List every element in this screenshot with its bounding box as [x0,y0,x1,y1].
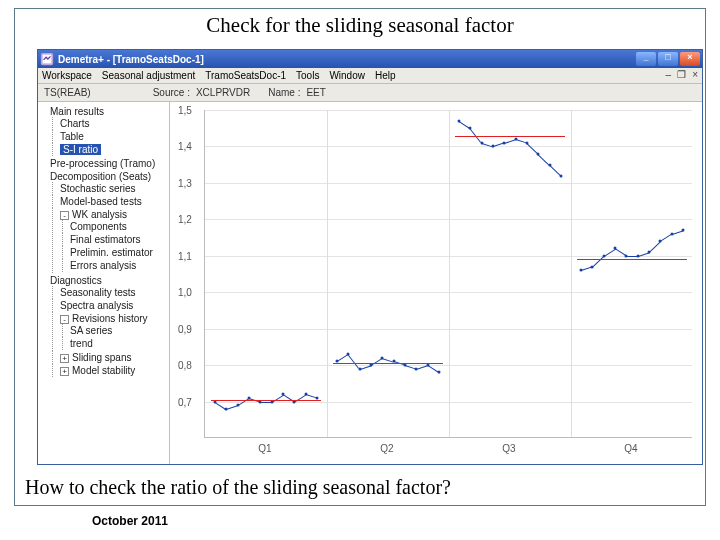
title-bar: Demetra+ - [TramoSeatsDoc-1] _ □ × [38,50,702,68]
source-label: Source : [153,87,190,98]
x-tick: Q3 [502,443,515,454]
y-tick: 1,3 [178,177,192,188]
menu-window[interactable]: Window [329,70,365,81]
mean-line [455,136,565,137]
app-icon [40,52,54,66]
toolbar: TS(REAB) Source : XCLPRVDR Name : EET [38,84,702,102]
menu-workspace[interactable]: Workspace [42,70,92,81]
tree-errors[interactable]: Errors analysis [70,259,167,272]
mean-line [577,259,687,260]
tree-table[interactable]: Table [60,130,167,143]
source-value: XCLPRVDR [196,87,250,98]
tree-sa-series[interactable]: SA series [70,324,167,337]
x-tick: Q4 [624,443,637,454]
mdi-close-button[interactable]: × [692,69,698,80]
close-button[interactable]: × [680,52,700,66]
menu-doc[interactable]: TramoSeatsDoc-1 [205,70,286,81]
minimize-button[interactable]: _ [636,52,656,66]
y-tick: 0,7 [178,396,192,407]
chart-plot [204,110,692,438]
tree-final-est[interactable]: Final estimators [70,233,167,246]
name-label: Name : [268,87,300,98]
y-tick: 1,0 [178,287,192,298]
y-tick: 0,9 [178,323,192,334]
expand-icon[interactable]: + [60,354,69,363]
nav-tree: Main results Charts Table S-I ratio Pre-… [38,102,170,464]
x-tick: Q2 [380,443,393,454]
collapse-icon[interactable]: - [60,211,69,220]
slide-title: Check for the sliding seasonal factor [15,9,705,46]
y-tick: 1,4 [178,141,192,152]
app-window: Demetra+ - [TramoSeatsDoc-1] _ □ × Works… [37,49,703,465]
chart-pane: 0,70,80,91,01,11,21,31,41,5Q1Q2Q3Q4 [170,102,702,464]
y-tick: 0,8 [178,360,192,371]
maximize-button[interactable]: □ [658,52,678,66]
y-tick: 1,1 [178,250,192,261]
collapse-icon[interactable]: - [60,315,69,324]
tree-model-stability[interactable]: +Model stability [60,364,167,377]
data-point [560,174,563,177]
x-tick: Q1 [258,443,271,454]
tree-wk[interactable]: -WK analysis Components Final estimators… [60,208,167,273]
tree-diagnostics[interactable]: Diagnostics Seasonality tests Spectra an… [50,274,167,378]
tree-charts[interactable]: Charts [60,117,167,130]
tree-spectra[interactable]: Spectra analysis [60,299,167,312]
y-tick: 1,5 [178,105,192,116]
mean-line [333,363,443,364]
ts-label: TS(REAB) [44,87,91,98]
tree-main-results[interactable]: Main results Charts Table S-I ratio [50,105,167,157]
menu-tools[interactable]: Tools [296,70,319,81]
tree-preprocessing[interactable]: Pre-processing (Tramo) [50,157,167,170]
slide-question: How to check the ratio of the sliding se… [25,476,451,499]
menu-help[interactable]: Help [375,70,396,81]
tree-prelim-est[interactable]: Prelimin. estimator [70,246,167,259]
tree-sliding-spans[interactable]: +Sliding spans [60,351,167,364]
tree-stochastic[interactable]: Stochastic series [60,182,167,195]
menu-bar: Workspace Seasonal adjustment TramoSeats… [38,68,702,84]
data-point [438,371,441,374]
slide-date: October 2011 [92,514,168,528]
tree-model-tests[interactable]: Model-based tests [60,195,167,208]
name-value: EET [306,87,325,98]
menu-seasonal[interactable]: Seasonal adjustment [102,70,195,81]
mdi-min-button[interactable]: – [666,69,672,80]
tree-rev-history[interactable]: -Revisions history SA series trend [60,312,167,351]
expand-icon[interactable]: + [60,367,69,376]
tree-decomposition[interactable]: Decomposition (Seats) Stochastic series … [50,170,167,274]
mdi-restore-button[interactable]: ❐ [677,69,686,80]
tree-components[interactable]: Components [70,220,167,233]
y-tick: 1,2 [178,214,192,225]
mean-line [211,400,321,401]
data-point [682,229,685,232]
window-title: Demetra+ - [TramoSeatsDoc-1] [58,54,636,65]
tree-season-tests[interactable]: Seasonality tests [60,286,167,299]
tree-si-ratio[interactable]: S-I ratio [60,143,167,156]
tree-trend[interactable]: trend [70,337,167,350]
